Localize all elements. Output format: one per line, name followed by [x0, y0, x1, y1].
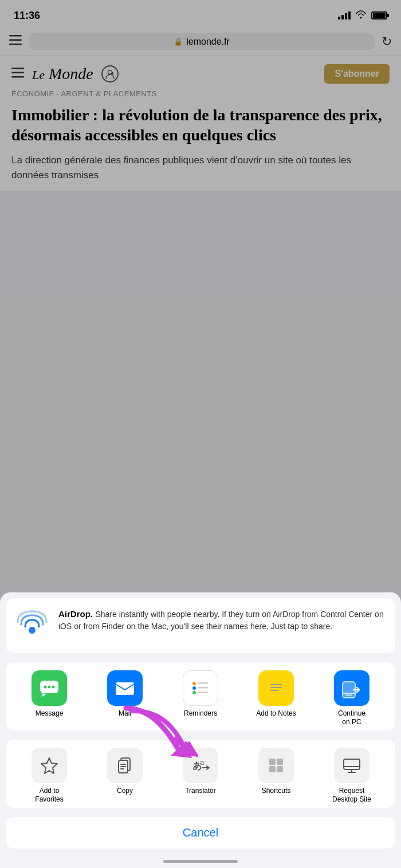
svg-rect-22	[270, 690, 278, 691]
airdrop-icon	[15, 608, 49, 643]
home-bar	[163, 860, 238, 863]
app-mail[interactable]: Mail	[96, 670, 154, 726]
notes-label: Add to Notes	[256, 709, 296, 717]
share-sheet: AirDrop. Share instantly with people nea…	[0, 592, 401, 868]
svg-rect-12	[116, 682, 134, 695]
svg-point-11	[52, 686, 55, 689]
airdrop-description: Share instantly with people nearby. If t…	[58, 610, 384, 630]
favorites-label: Add to Favorites	[35, 787, 63, 803]
svg-rect-40	[344, 759, 360, 769]
action-desktop-site[interactable]: Request Desktop Site	[323, 748, 380, 803]
svg-rect-39	[277, 766, 283, 772]
action-shortcuts[interactable]: Shortcuts	[247, 748, 305, 803]
message-icon	[32, 670, 67, 706]
copy-icon	[107, 748, 143, 783]
airdrop-text: AirDrop. Share instantly with people nea…	[58, 608, 386, 632]
app-continuepc[interactable]: Continue on PC	[323, 670, 380, 726]
svg-rect-32	[120, 766, 126, 767]
airdrop-section[interactable]: AirDrop. Share instantly with people nea…	[6, 598, 395, 653]
translator-icon: あ a	[183, 748, 218, 783]
svg-point-15	[192, 691, 196, 694]
svg-point-7	[29, 627, 36, 634]
svg-rect-18	[198, 692, 208, 693]
copy-label: Copy	[117, 787, 133, 795]
svg-text:a: a	[200, 758, 205, 767]
svg-rect-26	[345, 694, 352, 696]
svg-rect-38	[269, 766, 276, 772]
message-label: Message	[36, 709, 64, 717]
action-translator[interactable]: あ a Translator	[172, 748, 229, 803]
svg-rect-31	[120, 764, 126, 765]
svg-rect-33	[120, 768, 124, 769]
translator-label: Translator	[185, 787, 216, 795]
share-overlay: AirDrop. Share instantly with people nea…	[0, 0, 401, 868]
svg-rect-17	[198, 687, 208, 689]
shortcuts-label: Shortcuts	[262, 787, 291, 795]
svg-point-10	[48, 686, 51, 689]
svg-rect-20	[270, 684, 282, 685]
action-copy[interactable]: Copy	[96, 748, 154, 803]
svg-rect-21	[270, 687, 282, 688]
reminders-label: Reminders	[184, 709, 217, 717]
app-reminders[interactable]: Reminders	[172, 670, 229, 726]
svg-marker-28	[41, 758, 57, 773]
svg-rect-36	[269, 759, 276, 765]
svg-point-13	[192, 682, 196, 685]
svg-rect-16	[198, 682, 208, 684]
apps-row: Message Mail	[6, 670, 395, 726]
svg-rect-37	[277, 759, 283, 765]
continuepc-icon	[334, 670, 369, 706]
continuepc-label: Continue on PC	[338, 709, 365, 726]
apps-section: Message Mail	[6, 662, 395, 730]
action-favorites[interactable]: Add to Favorites	[21, 748, 78, 803]
mail-label: Mail	[119, 709, 131, 717]
mail-icon	[107, 670, 143, 706]
home-indicator	[0, 854, 401, 868]
actions-section: Add to Favorites Copy	[6, 740, 395, 808]
svg-point-9	[44, 686, 47, 689]
desktop-site-label: Request Desktop Site	[332, 787, 371, 803]
cancel-button[interactable]: Cancel	[15, 826, 386, 839]
cancel-section: Cancel	[6, 817, 395, 849]
desktop-site-icon	[334, 748, 369, 783]
airdrop-title: AirDrop.	[58, 609, 93, 619]
actions-row: Add to Favorites Copy	[6, 748, 395, 803]
notes-icon	[258, 670, 294, 706]
reminders-icon	[183, 670, 218, 706]
shortcuts-icon	[258, 748, 294, 783]
app-message[interactable]: Message	[21, 670, 78, 726]
app-notes[interactable]: Add to Notes	[247, 670, 305, 726]
favorites-icon	[32, 748, 67, 783]
svg-point-14	[192, 686, 196, 690]
